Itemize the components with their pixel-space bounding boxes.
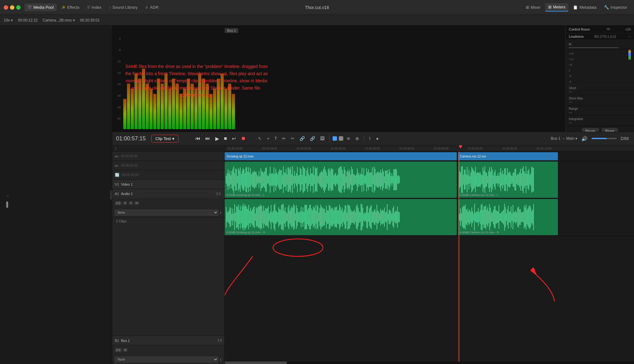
volume-fader[interactable] <box>592 138 617 139</box>
scroll-thumb[interactable] <box>225 362 287 364</box>
a1-volume-value[interactable]: 0.0 <box>115 201 122 205</box>
clip-name[interactable]: Camera...2B.mov ▾ <box>43 18 75 22</box>
duration-button[interactable]: 🔄 <box>115 173 119 177</box>
tracks-scroll-area[interactable]: Growing up 12.mov Camera run 12.mo <box>225 152 634 362</box>
adr-icon: 🎙 <box>145 6 149 9</box>
skip-buttons: ⏭ 00:00:00:00 ⏭ 00:00:00:00 🔄 00:00:00:0… <box>112 152 224 180</box>
tab-effects[interactable]: ✨ Effects <box>58 3 83 11</box>
minimize-button[interactable] <box>10 5 14 10</box>
waveform-bar <box>347 213 347 221</box>
waveform-bar <box>331 209 331 225</box>
b1-arrow-button[interactable]: ↕ <box>220 357 222 362</box>
a1-clip-1-right[interactable]: 0.00dB Growing up 12.mov - R <box>225 199 457 235</box>
tab-metadata[interactable]: 📋 Metadata <box>570 3 599 11</box>
waveform-bar <box>261 204 261 230</box>
close-button[interactable] <box>4 5 8 10</box>
loop-button[interactable]: ↩ <box>231 135 237 142</box>
record-button[interactable]: ⏺ <box>240 135 247 142</box>
waveform-bar <box>236 169 237 190</box>
a1-arrow-button[interactable]: ↕ <box>220 210 222 215</box>
panel-handle-bar[interactable] <box>6 201 8 208</box>
text-tool-button[interactable]: T <box>273 135 279 142</box>
b1-volume-value[interactable]: 0.0 <box>115 348 122 352</box>
zoom-control[interactable]: 10x ▾ <box>4 18 13 22</box>
add-edit-button[interactable]: + <box>265 135 271 142</box>
waveform-bar <box>531 167 532 193</box>
waveform-bar <box>459 214 460 221</box>
clip-test-button[interactable]: Clip Test ▾ <box>151 135 178 143</box>
skip-back-button[interactable]: ⏭ <box>204 135 212 142</box>
b1-none-select[interactable]: None <box>115 357 218 362</box>
a1-clip-2-left[interactable]: 0.00dB Camera run 12.mov - L <box>458 162 558 198</box>
a1-m-button[interactable]: M <box>134 201 139 205</box>
waveform-bar <box>520 169 521 191</box>
waveform-bar <box>336 176 337 183</box>
waveform-bar <box>363 208 363 227</box>
waveform-bar <box>252 209 253 225</box>
waveform-bar <box>345 205 345 229</box>
a1-clip-2-right[interactable]: 0.00dB Camera run 12.mov - R <box>458 199 558 235</box>
tab-mixer[interactable]: ⊞ Mixer <box>523 3 544 11</box>
waveform-bar <box>322 172 323 187</box>
dim-button[interactable]: DIM <box>619 135 630 142</box>
waveform-bar <box>290 211 290 223</box>
clip-name-value: Camera...2B.mov <box>43 18 72 22</box>
tab-sound-library[interactable]: ♪ Sound Library <box>106 3 140 11</box>
razor-tool-button[interactable]: ✂ <box>289 135 296 142</box>
waveform-bar <box>485 172 486 187</box>
waveform-bar <box>398 175 399 184</box>
waveform-button[interactable]: ≋ <box>345 135 352 142</box>
waveform-bar <box>486 210 487 225</box>
waveform-bar <box>339 167 340 192</box>
tab-inspector[interactable]: 🔧 Inspector <box>601 3 630 11</box>
loudness-more-icon[interactable]: ··· <box>628 35 631 38</box>
waveform-bar <box>384 176 385 183</box>
play-button[interactable]: ▶ <box>214 135 220 142</box>
waveform-bar <box>326 172 327 187</box>
waveform-bar <box>511 175 511 184</box>
dot-button[interactable]: ● <box>374 135 380 142</box>
panel-collapse-handle[interactable] <box>110 190 112 200</box>
waveform-bar <box>353 174 354 185</box>
waveform-bar <box>467 209 467 226</box>
tab-adr[interactable]: 🎙 ADR <box>142 3 162 11</box>
waveform-bar <box>231 175 231 184</box>
waveform-bar <box>461 167 462 193</box>
blue-color-button[interactable] <box>333 136 337 141</box>
waveform-bar <box>246 167 247 192</box>
stop-button[interactable]: ■ <box>223 135 228 142</box>
volume-icon[interactable]: 🔊 <box>580 135 589 143</box>
clip-counter: 2 Clips <box>112 217 224 225</box>
tab-media-pool[interactable]: 🎬 Media Pool <box>24 3 57 11</box>
a1-clip-1-left[interactable]: 0.00dB Growing up 12.mov - L <box>225 162 457 198</box>
v1-clip-2[interactable]: Camera run 12.mo <box>458 152 558 160</box>
waveform-bar <box>475 212 476 222</box>
snap-button[interactable]: ⊕ <box>354 135 361 142</box>
waveform-bar <box>287 213 287 221</box>
b1-m-button[interactable]: M <box>123 348 128 352</box>
waveform-bar <box>249 211 250 223</box>
waveform-bar <box>374 167 374 193</box>
select-tool-button[interactable]: ↖ <box>256 135 263 142</box>
tab-meters[interactable]: ⊞ Meters <box>545 3 569 12</box>
link-tool-button[interactable]: 🔗 <box>308 135 317 142</box>
horizontal-scrollbar[interactable] <box>225 362 634 364</box>
pen-tool-button[interactable]: ✏ <box>280 135 287 142</box>
a1-r-button[interactable]: R <box>123 201 128 205</box>
skip-to-out-button[interactable]: ⏭ <box>115 163 119 168</box>
image-tool-button[interactable]: 🖼 <box>319 135 326 142</box>
v1-clip-1[interactable]: Growing up 12.mov <box>225 152 457 160</box>
tab-index[interactable]: ☰ Index <box>84 3 105 11</box>
color-picker-button[interactable] <box>339 136 343 141</box>
waveform-bar <box>226 176 227 183</box>
ripple-tool-button[interactable]: 🔗 <box>298 135 306 142</box>
skip-to-start-button[interactable]: ⏮ <box>194 135 202 142</box>
link-clips-button[interactable]: ⌇ <box>367 135 373 142</box>
maximize-button[interactable] <box>16 5 21 10</box>
skip-to-in-button[interactable]: ⏭ <box>115 154 119 158</box>
waveform-bar <box>377 205 377 229</box>
a1-s-button[interactable]: S <box>129 201 133 205</box>
waveform-bar <box>340 167 341 193</box>
a1-none-select[interactable]: None <box>115 210 218 216</box>
main-dropdown-icon[interactable]: ▾ <box>575 136 577 141</box>
